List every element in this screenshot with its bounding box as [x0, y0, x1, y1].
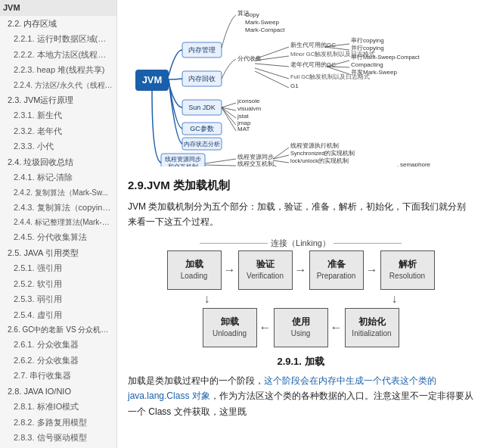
- process-flow-section: 连接（Linking） 加载 Loading → 验证 Verification…: [128, 238, 473, 347]
- preparation-zh: 准备: [327, 258, 346, 271]
- sidebar-item-2-4-3[interactable]: 2.4.3. 复制算法（copying）: [0, 200, 116, 216]
- svg-text:visualvm: visualvm: [237, 105, 261, 112]
- loading-zh: 加载: [185, 258, 203, 271]
- svg-text:线程交互机制: 线程交互机制: [237, 160, 274, 166]
- sidebar-item-2-6[interactable]: 2.6. GC中的老新 VS 分众机制...: [0, 322, 116, 337]
- initialization-zh: 初始化: [358, 316, 386, 328]
- arrow-2: →: [293, 263, 309, 277]
- svg-text:lock/unlock的实现机制: lock/unlock的实现机制: [290, 157, 349, 164]
- sidebar-item-2-8-3[interactable]: 2.8.3. 信号驱动模型: [0, 430, 116, 446]
- sidebar-item-2-2-3[interactable]: 2.2.3. heap 堆(线程共享): [0, 62, 116, 78]
- svg-text:Full GC触发机制以及日志格式: Full GC触发机制以及日志格式: [290, 73, 370, 80]
- resolution-en: Resolution: [389, 271, 425, 282]
- svg-text:串行Mark-Sweep-Compact: 串行Mark-Sweep-Compact: [351, 54, 420, 61]
- sidebar-item-2-3[interactable]: 2.3. JVM运行原理: [0, 92, 116, 108]
- arrow-1: →: [222, 263, 238, 277]
- svg-text:内存状态分析: 内存状态分析: [184, 141, 220, 148]
- svg-text:线程资源同步: 线程资源同步: [237, 154, 274, 160]
- svg-text:jstat: jstat: [237, 113, 249, 120]
- sidebar-item-2-3-2[interactable]: 2.3.2. 老年代: [0, 123, 116, 139]
- svg-text:线程资源同步: 线程资源同步: [165, 156, 201, 163]
- sidebar-item-2-8[interactable]: 2.8. JAVA IO/NIO: [0, 384, 116, 400]
- svg-text:semaphore: semaphore: [400, 161, 431, 166]
- verification-en: Verification: [247, 271, 284, 282]
- sidebar-item-jvm[interactable]: JVM: [0, 0, 116, 16]
- section-title: 2.9.JVM 类加载机制: [128, 179, 473, 193]
- sidebar-item-2-5-2[interactable]: 2.5.2. 软引用: [0, 276, 116, 292]
- sidebar-item-2-4[interactable]: 2.4. 垃圾回收总结: [0, 154, 116, 170]
- sidebar-item-2-5-1[interactable]: 2.5.1. 强引用: [0, 260, 116, 276]
- resolution-zh: 解析: [399, 258, 417, 271]
- svg-text:分代收集: 分代收集: [237, 55, 262, 62]
- sidebar-item-2-5[interactable]: 2.5. JAVA 引用类型: [0, 245, 116, 261]
- svg-text:MAT: MAT: [237, 126, 250, 132]
- preparation-en: Preparation: [317, 271, 356, 282]
- svg-text:线程资源执行机制: 线程资源执行机制: [290, 142, 339, 149]
- process-top-row: 加载 Loading → 验证 Verification → 准备 Prepar…: [128, 250, 473, 290]
- process-box-resolution: 解析 Resolution: [380, 250, 435, 290]
- using-zh: 使用: [292, 316, 310, 328]
- loading-en: Loading: [181, 271, 208, 282]
- detail-text-1: 加载是类加载过程中的一个阶段，: [128, 375, 264, 386]
- svg-text:和交互机制: 和交互机制: [168, 163, 198, 166]
- sidebar-item-2-8-1[interactable]: 2.8.1. 标准IO模式: [0, 399, 116, 415]
- svg-text:Copy: Copy: [245, 11, 259, 18]
- svg-text:内存回收: 内存回收: [188, 75, 216, 82]
- process-box-unloading: 卸载 Unloading: [203, 308, 257, 347]
- sidebar-item-2-4-1[interactable]: 2.4.1. 标记-清除: [0, 170, 116, 185]
- arrow-4: ←: [257, 321, 274, 334]
- detail-text: 加载是类加载过程中的一个阶段，这个阶段会在内存中生成一个代表这个类的 java.…: [128, 373, 473, 419]
- main-content: JVM 内存管理 内存回收 Sun JDK GC参数 内存状态分析 线程资源同步…: [117, 0, 484, 448]
- svg-text:Mark-Sweep: Mark-Sweep: [245, 19, 279, 26]
- sidebar-item-2-4-5[interactable]: 2.4.5. 分代收集算法: [0, 229, 116, 245]
- sidebar-item-2-6-1[interactable]: 2.6.1. 分众收集器: [0, 337, 116, 353]
- process-bottom-row: 卸载 Unloading ← 使用 Using ← 初始化 Initializa…: [128, 308, 473, 347]
- sidebar-item-2-8-2[interactable]: 2.8.2. 多路复用模型: [0, 415, 116, 431]
- sidebar-item-2-3-1[interactable]: 2.3.1. 新生代: [0, 107, 116, 123]
- svg-text:Sun JDK: Sun JDK: [188, 104, 216, 111]
- svg-text:jconsole: jconsole: [237, 98, 260, 104]
- sidebar-item-2-4-4[interactable]: 2.4.4. 标记整理算法(Mark-C...: [0, 215, 116, 229]
- svg-text:Synchronized的实现机制: Synchronized的实现机制: [290, 150, 355, 157]
- sidebar-item-2-3-3[interactable]: 2.3.3. 小代: [0, 138, 116, 154]
- verification-zh: 验证: [256, 258, 275, 271]
- sidebar-item-2-2-4[interactable]: 2.2.4. 方法区/永久代（线程共享）: [0, 78, 116, 92]
- arrow-3: →: [364, 263, 380, 277]
- arrow-5: ←: [328, 321, 345, 334]
- sidebar-item-2-2-2[interactable]: 2.2.2. 本地方法区(线程私有): [0, 47, 116, 63]
- svg-text:内存管理: 内存管理: [188, 46, 216, 54]
- sidebar-item-2-5-3[interactable]: 2.5.3. 弱引用: [0, 291, 116, 307]
- sidebar-item-2-4-2[interactable]: 2.4.2. 复制算法（Mark-Sw...: [0, 185, 116, 200]
- sidebar-item-2-6-2[interactable]: 2.6.2. 分众收集器: [0, 353, 116, 369]
- svg-text:Mark-Compact: Mark-Compact: [245, 26, 285, 33]
- svg-text:串行copying: 串行copying: [351, 37, 384, 44]
- using-en: Using: [291, 328, 311, 339]
- sidebar: JVM 2.2. 内存区域 2.2.1. 运行时数据区域(线程私有) 2.2.2…: [0, 0, 117, 448]
- svg-text:JVM: JVM: [142, 74, 163, 86]
- svg-text:GC参数: GC参数: [190, 125, 214, 132]
- intro-text: JVM 类加载机制分为五个部分：加载，验证，准备，解析，初始化，下面我们就分别来…: [128, 199, 473, 230]
- initialization-en: Initialization: [352, 328, 391, 339]
- sidebar-item-2-5-4[interactable]: 2.5.4. 虚引用: [0, 307, 116, 323]
- sidebar-item-2-8-4[interactable]: 2.8.4. JAVA IO: [0, 446, 116, 449]
- process-box-verification: 验证 Verification: [238, 250, 293, 290]
- sidebar-item-2-2-1[interactable]: 2.2.1. 运行时数据区域(线程私有): [0, 31, 116, 47]
- svg-text:Compacting: Compacting: [351, 61, 383, 68]
- process-box-initialization: 初始化 Initialization: [345, 308, 399, 347]
- process-box-using: 使用 Using: [274, 308, 328, 347]
- process-box-loading: 加载 Loading: [167, 250, 222, 290]
- mindmap-diagram: JVM 内存管理 内存回收 Sun JDK GC参数 内存状态分析 线程资源同步…: [128, 8, 473, 166]
- sidebar-item-2-2[interactable]: 2.2. 内存区域: [0, 16, 116, 32]
- process-box-preparation: 准备 Preparation: [309, 250, 364, 290]
- svg-text:Object.wait/notify/notifyAll -: Object.wait/notify/notifyAll -: [290, 166, 355, 166]
- unloading-zh: 卸载: [221, 316, 239, 328]
- svg-text:G1: G1: [290, 82, 299, 89]
- sub-section-title: 2.9.1. 加载: [128, 355, 473, 369]
- sidebar-item-2-7[interactable]: 2.7. 串行收集器: [0, 368, 116, 384]
- unloading-en: Unloading: [213, 328, 247, 339]
- linking-label: 连接（Linking）: [271, 238, 330, 249]
